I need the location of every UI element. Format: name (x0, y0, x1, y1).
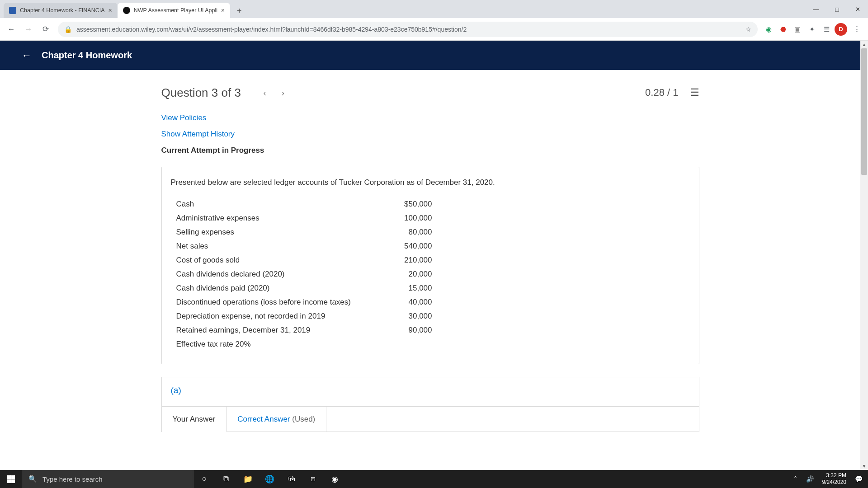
chrome-icon[interactable]: ◉ (324, 470, 345, 488)
system-tray: ˄ 🔊 3:32 PM 9/24/2020 💬 (790, 472, 868, 486)
table-row: Cash dividends paid (2020)15,000 (171, 281, 690, 295)
table-row: Discontinued operations (loss before inc… (171, 295, 690, 309)
prev-question-button[interactable]: ‹ (257, 85, 273, 100)
chrome-menu-icon[interactable]: ⋮ (849, 22, 864, 37)
file-explorer-icon[interactable]: 📁 (237, 470, 259, 488)
part-label: (a) (162, 377, 699, 406)
star-icon[interactable]: ☆ (745, 26, 751, 33)
maximize-icon[interactable]: ◻ (826, 0, 847, 18)
table-row: Cash$50,000 (171, 197, 690, 211)
browser-tab-1[interactable]: Chapter 4 Homework - FINANCIA × (4, 3, 118, 18)
view-policies-link[interactable]: View Policies (161, 110, 699, 126)
task-view-icon[interactable]: ⧉ (215, 470, 237, 488)
nav-reload-button[interactable]: ⟳ (38, 22, 53, 37)
extension-icon[interactable]: ⬣ (777, 23, 789, 36)
page-title: Chapter 4 Homework (42, 50, 132, 61)
taskbar-search[interactable]: 🔍 Type here to search (22, 470, 193, 488)
dropbox-icon[interactable]: ⧈ (302, 470, 324, 488)
start-button[interactable] (0, 470, 22, 488)
scroll-thumb[interactable] (861, 48, 867, 175)
search-icon: 🔍 (28, 475, 37, 483)
edge-icon[interactable]: 🌐 (259, 470, 280, 488)
extension-icon[interactable]: ◉ (762, 23, 775, 36)
close-window-icon[interactable]: ✕ (847, 0, 868, 18)
question-nav: ‹ › (257, 85, 291, 100)
reading-list-icon[interactable]: ☰ (820, 23, 833, 36)
new-tab-button[interactable]: + (233, 5, 245, 17)
table-row: Cost of goods sold210,000 (171, 253, 690, 267)
chevron-up-icon[interactable]: ˄ (790, 475, 802, 483)
taskbar-clock[interactable]: 3:32 PM 9/24/2020 (819, 472, 850, 486)
lock-icon: 🔒 (64, 26, 72, 33)
scroll-down-icon[interactable]: ▼ (860, 462, 868, 470)
browser-tab-2[interactable]: NWP Assessment Player UI Appli × (118, 3, 230, 18)
table-row: Retained earnings, December 31, 201990,0… (171, 323, 690, 337)
attempt-status: Current Attempt in Progress (161, 142, 699, 159)
nav-forward-button[interactable]: → (21, 22, 36, 37)
table-row: Selling expenses80,000 (171, 225, 690, 239)
tab-correct-answer[interactable]: Correct Answer (Used) (226, 407, 326, 432)
question-toolbar: Question 3 of 3 ‹ › 0.28 / 1 ☰ (161, 78, 699, 107)
scroll-up-icon[interactable]: ▲ (860, 41, 868, 48)
table-row: Depreciation expense, not recorded in 20… (171, 309, 690, 323)
question-links: View Policies Show Attempt History Curre… (161, 107, 699, 160)
clock-time: 3:32 PM (822, 472, 846, 479)
answer-card: (a) Your Answer Correct Answer (Used) (161, 377, 699, 432)
close-icon[interactable]: × (221, 7, 225, 14)
ledger-table: Cash$50,000 Administrative expenses100,0… (171, 197, 690, 351)
search-placeholder: Type here to search (42, 475, 103, 483)
answer-tabs: Your Answer Correct Answer (Used) (162, 406, 699, 432)
question-body-card: Presented below are selected ledger acco… (161, 167, 699, 364)
question-container: Question 3 of 3 ‹ › 0.28 / 1 ☰ View Poli… (161, 70, 699, 432)
vertical-scrollbar[interactable]: ▲ ▼ (860, 41, 868, 470)
extensions-puzzle-icon[interactable]: ✦ (806, 23, 818, 36)
volume-icon[interactable]: 🔊 (804, 475, 816, 483)
favicon-icon (123, 7, 130, 14)
back-arrow-icon[interactable]: ← (22, 50, 32, 61)
clock-date: 9/24/2020 (822, 479, 846, 486)
minimize-icon[interactable]: — (806, 0, 826, 18)
close-icon[interactable]: × (108, 7, 112, 14)
cortana-icon[interactable]: ○ (193, 470, 215, 488)
windows-taskbar: 🔍 Type here to search ○ ⧉ 📁 🌐 🛍 ⧈ ◉ ˄ 🔊 … (0, 470, 868, 488)
nav-back-button[interactable]: ← (4, 22, 19, 37)
tab-your-answer[interactable]: Your Answer (162, 407, 227, 432)
table-row: Cash dividends declared (2020)20,000 (171, 267, 690, 281)
page-viewport: ← Chapter 4 Homework Question 3 of 3 ‹ ›… (0, 41, 860, 470)
extension-icon[interactable]: ▣ (791, 23, 804, 36)
address-bar[interactable]: 🔒 assessment.education.wiley.com/was/ui/… (58, 22, 758, 37)
show-attempt-history-link[interactable]: Show Attempt History (161, 126, 699, 142)
tab-label: NWP Assessment Player UI Appli (134, 7, 217, 14)
favicon-icon (9, 7, 16, 14)
browser-toolbar: ← → ⟳ 🔒 assessment.education.wiley.com/w… (0, 18, 868, 41)
notifications-icon[interactable]: 💬 (853, 475, 864, 483)
question-list-icon[interactable]: ☰ (690, 87, 699, 99)
question-number: Question 3 of 3 (161, 86, 241, 100)
browser-tabstrip: Chapter 4 Homework - FINANCIA × NWP Asse… (0, 0, 868, 18)
score-value: 0.28 / 1 (645, 87, 678, 99)
question-score: 0.28 / 1 ☰ (645, 87, 699, 99)
store-icon[interactable]: 🛍 (280, 470, 302, 488)
tab-label: Chapter 4 Homework - FINANCIA (20, 7, 105, 14)
profile-avatar[interactable]: D (835, 23, 847, 36)
windows-logo-icon (7, 475, 15, 483)
table-row: Net sales540,000 (171, 239, 690, 253)
app-header: ← Chapter 4 Homework (0, 41, 860, 70)
table-row: Effective tax rate 20% (171, 337, 690, 351)
taskbar-pinned: ○ ⧉ 📁 🌐 🛍 ⧈ ◉ (193, 470, 345, 488)
table-row: Administrative expenses100,000 (171, 211, 690, 225)
next-question-button[interactable]: › (275, 85, 291, 100)
url-text: assessment.education.wiley.com/was/ui/v2… (76, 26, 741, 33)
window-controls: — ◻ ✕ (806, 0, 868, 18)
question-intro: Presented below are selected ledger acco… (171, 178, 690, 187)
